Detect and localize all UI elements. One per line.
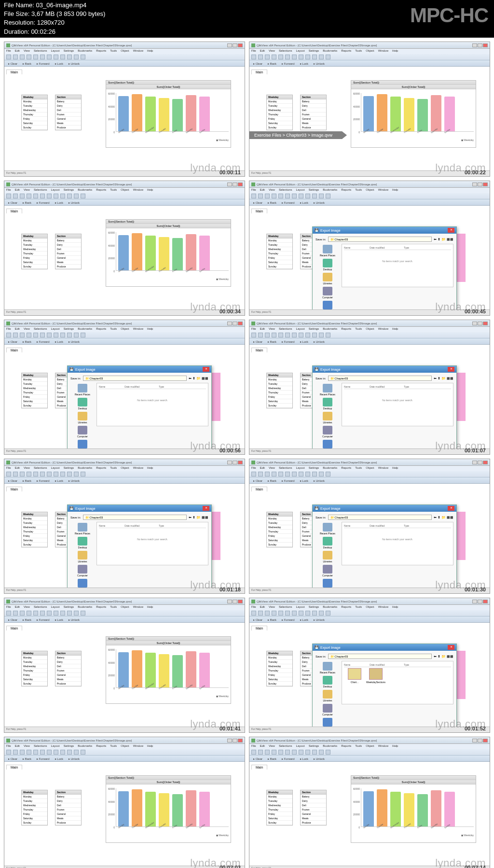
toolbar-icon[interactable] (258, 750, 263, 755)
listbox-weekday[interactable]: Weekday MondayTuesdayWednesdayThursdayFr… (21, 373, 48, 408)
toolbar-icon[interactable] (312, 55, 317, 59)
video-thumbnail[interactable]: QlikView x64 Personal Edition - [C:\User… (4, 737, 245, 868)
menu-item[interactable]: Layout (51, 327, 60, 332)
menubar[interactable]: FileEditViewSelectionsLayoutSettingsBook… (249, 466, 490, 471)
sheet-tab[interactable]: Main (6, 209, 22, 213)
menu-item[interactable]: Layout (296, 744, 305, 749)
list-item[interactable]: Monday (22, 795, 47, 799)
toolbar-icon[interactable] (265, 472, 270, 476)
menu-item[interactable]: Help (392, 188, 398, 193)
listbox-section[interactable]: Section BakeryDairyDeliFrozenGeneralMeat… (55, 790, 82, 826)
menu-item[interactable]: Settings (309, 188, 319, 193)
sidebar-place[interactable]: Recent Places (316, 522, 340, 536)
sidebar-place[interactable]: Computer (316, 286, 340, 300)
list-item[interactable]: Meats (55, 677, 81, 682)
menu-item[interactable]: Reports (96, 188, 106, 193)
list-item[interactable]: Sunday (22, 682, 47, 686)
list-item[interactable]: Friday (22, 812, 47, 816)
list-item[interactable]: Monday (22, 378, 47, 382)
toolbar[interactable] (249, 54, 490, 60)
toolbar-icon[interactable] (54, 750, 58, 755)
sidebar-place[interactable]: Computer (316, 425, 340, 439)
toolbar-icon[interactable] (47, 472, 52, 476)
toolbar-icon[interactable] (67, 333, 72, 337)
toolbar-icon[interactable] (278, 750, 283, 755)
toolbar-icon[interactable] (13, 333, 18, 337)
menu-item[interactable]: Selections (34, 49, 47, 54)
list-item[interactable]: Thursday (267, 391, 292, 395)
toolbar-button[interactable]: ▸ Forward (280, 479, 297, 482)
menu-item[interactable]: Help (147, 49, 153, 54)
list-item[interactable]: Deli (55, 247, 81, 252)
toolbar-icon[interactable] (81, 55, 85, 59)
toolbar-icon[interactable] (33, 333, 38, 337)
toolbar-button[interactable]: ▸ Forward (35, 62, 52, 65)
list-item[interactable]: Saturday (267, 816, 292, 821)
savein-combo[interactable]: 📁 Chapter03 (83, 515, 187, 520)
toolbar-icon[interactable] (47, 333, 52, 337)
toolbar-icon[interactable] (47, 750, 52, 755)
toolbar-icon[interactable] (33, 194, 38, 198)
menu-item[interactable]: Tools (355, 327, 362, 332)
list-item[interactable]: Sunday (267, 126, 292, 130)
list-item[interactable]: Sunday (22, 404, 47, 408)
menu-item[interactable]: Object (366, 188, 374, 193)
chart-bar[interactable] (132, 94, 142, 131)
toolbar-button[interactable]: ▸ Back (266, 618, 278, 621)
menu-item[interactable]: Selections (279, 605, 292, 610)
menu-item[interactable]: Edit (15, 605, 20, 610)
toolbar-button[interactable]: ▸ Lock (298, 618, 310, 621)
list-item[interactable]: Friday (267, 673, 292, 677)
menu-item[interactable]: Layout (51, 605, 60, 610)
menu-item[interactable]: Settings (309, 605, 319, 610)
chart-bar[interactable] (159, 237, 169, 270)
list-item[interactable]: Produce (55, 265, 81, 269)
chart[interactable]: Sum([Section Total]) Sum([Order Total]) … (106, 636, 231, 704)
list-item[interactable]: Friday (267, 117, 292, 121)
toolbar[interactable] (249, 332, 490, 338)
menu-item[interactable]: Reports (341, 49, 351, 54)
max-button[interactable] (478, 43, 482, 47)
toolbar-button[interactable]: ▸ Clear (6, 62, 19, 65)
toolbar-icon[interactable] (27, 750, 31, 755)
menu-item[interactable]: File (251, 744, 256, 749)
toolbar-icon[interactable] (292, 750, 297, 755)
list-item[interactable]: Sunday (22, 265, 47, 269)
toolbar-icon[interactable] (326, 333, 330, 337)
chart-bar[interactable] (199, 236, 210, 270)
toolbar-icon[interactable] (67, 194, 72, 198)
menu-item[interactable]: Window (133, 327, 143, 332)
list-item[interactable]: Produce (55, 821, 81, 825)
menu-item[interactable]: File (251, 327, 256, 332)
menu-item[interactable]: Selections (34, 466, 47, 471)
toolbar-icon[interactable] (40, 333, 45, 337)
list-item[interactable]: Tuesday (22, 243, 47, 247)
toolbar-icon[interactable] (265, 750, 270, 755)
list-item[interactable]: Dairy (301, 104, 326, 108)
menu-item[interactable]: Bookmarks (78, 466, 92, 471)
listbox-section[interactable]: Section BakeryDairyDeliFrozenGeneralMeat… (55, 234, 82, 269)
menu-item[interactable]: Tools (355, 466, 362, 471)
toolbar-button[interactable]: ▸ Unlock (312, 618, 327, 621)
menu-item[interactable]: Settings (64, 49, 74, 54)
menu-item[interactable]: Bookmarks (323, 605, 337, 610)
workspace[interactable]: Weekday MondayTuesdayWednesdayThursdayFr… (4, 353, 245, 450)
menu-item[interactable]: Reports (341, 466, 351, 471)
list-item[interactable]: Friday (22, 256, 47, 260)
menu-item[interactable]: File (251, 605, 256, 610)
menu-item[interactable]: Edit (260, 49, 265, 54)
menu-item[interactable]: View (269, 327, 275, 332)
list-item[interactable]: Deli (55, 108, 81, 112)
sidebar-place[interactable]: Computer (70, 425, 95, 439)
toolbar-icon[interactable] (33, 472, 38, 476)
menu-item[interactable]: Layout (296, 466, 305, 471)
listbox-weekday[interactable]: Weekday MondayTuesdayWednesdayThursdayFr… (21, 512, 48, 547)
toolbar2[interactable]: ▸ Clear▸ Back▸ Forward▸ Lock▸ Unlock (249, 477, 490, 484)
menu-item[interactable]: Tools (110, 744, 117, 749)
workspace[interactable]: Weekday MondayTuesdayWednesdayThursdayFr… (249, 75, 490, 172)
menu-item[interactable]: Help (392, 327, 398, 332)
toolbar-icon[interactable] (27, 611, 31, 616)
menu-item[interactable]: Layout (296, 605, 305, 610)
menu-item[interactable]: Window (133, 744, 143, 749)
menu-item[interactable]: Object (366, 49, 374, 54)
